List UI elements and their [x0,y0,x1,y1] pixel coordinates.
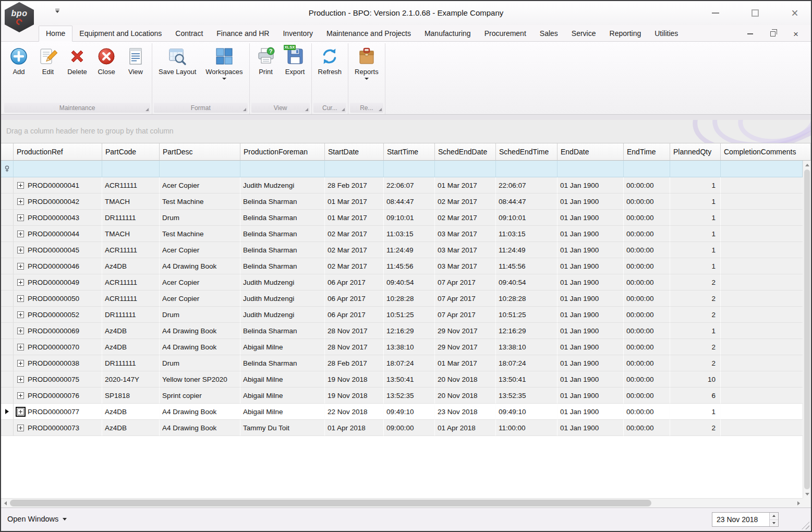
filter-cell-schedenddate[interactable] [435,161,496,177]
expand-icon[interactable] [17,328,24,334]
column-header-schedendtime[interactable]: SchedEndTime [496,143,558,161]
tab-inventory[interactable]: Inventory [276,26,320,41]
add-button[interactable]: Add [4,44,33,77]
horizontal-scroll-thumb[interactable] [10,500,651,506]
view-button[interactable]: View [121,44,150,77]
table-row[interactable]: PROD000000752020-147YYellow toner SP2020… [1,371,803,388]
tab-finance-and-hr[interactable]: Finance and HR [210,26,276,41]
tab-contract[interactable]: Contract [168,26,210,41]
expand-icon[interactable] [17,425,24,431]
dialog-launcher-icon[interactable] [305,108,308,111]
column-header-completioncomments[interactable]: CompletionComments [721,143,811,161]
ribbon-restore-button[interactable] [766,29,780,39]
table-row[interactable]: PROD00000038DR111111DrumBelinda Sharman2… [1,355,803,371]
edit-button[interactable]: Edit [33,44,63,77]
column-header-productionref[interactable]: ProductionRef [14,143,102,161]
dialog-launcher-icon[interactable] [243,108,246,111]
reports-button[interactable]: Reports [350,44,383,81]
spin-down-button[interactable] [770,520,778,527]
spin-up-button[interactable] [770,513,778,520]
refresh-button[interactable]: Refresh [313,44,347,77]
column-header-partcode[interactable]: PartCode [102,143,160,161]
table-row[interactable]: PROD00000077Az4DBA4 Drawing BookAbigail … [1,404,803,420]
date-editor[interactable]: 23 Nov 2018 [712,512,779,527]
expand-icon[interactable] [17,295,24,302]
expand-icon[interactable] [17,247,24,253]
group-by-bar[interactable]: Drag a column header here to group by th… [1,120,811,143]
expand-icon[interactable] [17,231,24,237]
table-row[interactable]: PROD00000044TMACHTest MachineBelinda Sha… [1,226,803,242]
filter-cell-endtime[interactable] [624,161,670,177]
column-header-starttime[interactable]: StartTime [384,143,435,161]
expand-icon[interactable] [17,279,24,286]
scroll-right-button[interactable] [794,499,803,507]
table-row[interactable]: PROD00000073Az4DBA4 Drawing BookTammy Du… [1,420,803,436]
table-row[interactable]: PROD00000076SP1818Sprint copierAbigail M… [1,388,803,404]
ribbon-minimize-button[interactable] [743,29,757,39]
tab-service[interactable]: Service [565,26,603,41]
table-row[interactable]: PROD00000043DR111111DrumBelinda Sharman0… [1,210,803,226]
expand-icon[interactable] [17,214,24,221]
table-row[interactable]: PROD00000049ACR11111Acer CopierJudith Mu… [1,274,803,291]
filter-cell-startdate[interactable] [325,161,384,177]
quick-access-dropdown-icon[interactable] [55,9,59,13]
table-row[interactable]: PROD00000042TMACHTest MachineBelinda Sha… [1,194,803,210]
filter-cell-starttime[interactable] [384,161,435,177]
column-header-schedenddate[interactable]: SchedEndDate [435,143,496,161]
tab-reporting[interactable]: Reporting [603,26,648,41]
filter-cell-completioncomments[interactable] [721,161,803,177]
expand-icon[interactable] [17,311,24,318]
expand-icon[interactable] [17,376,24,383]
expand-icon[interactable] [17,392,24,399]
close-button[interactable]: Close [92,44,121,77]
scroll-down-button[interactable] [803,490,811,498]
close-button[interactable]: × [786,5,804,21]
table-row[interactable]: PROD00000052DR111111DrumJudith Mudzengi0… [1,307,803,323]
table-row[interactable]: PROD00000045ACR11111Acer CopierBelinda S… [1,242,803,258]
print-button[interactable]: ?Print [251,44,281,77]
minimize-button[interactable] [707,5,724,21]
filter-cell-partdesc[interactable] [160,161,240,177]
tab-home[interactable]: Home [39,26,72,42]
column-header-startdate[interactable]: StartDate [325,143,384,161]
expand-icon[interactable] [17,182,24,189]
dialog-launcher-icon[interactable] [379,108,382,111]
tab-utilities[interactable]: Utilities [648,26,685,41]
tab-maintenance-and-projects[interactable]: Maintenance and Projects [320,26,418,41]
filter-cell-productionref[interactable] [14,161,102,177]
vertical-scrollbar[interactable] [803,161,811,498]
ribbon-close-button[interactable]: × [789,29,803,39]
scroll-left-button[interactable] [1,499,9,507]
expand-icon[interactable] [17,198,24,205]
column-header-enddate[interactable]: EndDate [558,143,624,161]
filter-cell-plannedqty[interactable] [670,161,721,177]
expand-icon[interactable] [17,408,24,415]
table-row[interactable]: PROD00000069Az4DBA4 Drawing BookBelinda … [1,323,803,339]
vertical-scroll-thumb[interactable] [804,170,810,489]
open-windows-dropdown[interactable]: Open Windows [7,515,67,523]
maximize-button[interactable] [746,5,764,21]
horizontal-scrollbar[interactable] [1,498,803,507]
tab-equipment-and-locations[interactable]: Equipment and Locations [72,26,168,41]
tab-sales[interactable]: Sales [533,26,565,41]
table-row[interactable]: PROD00000041ACR11111Acer CopierJudith Mu… [1,177,803,194]
column-header-productionforeman[interactable]: ProductionForeman [240,143,325,161]
resize-grip[interactable] [802,522,809,529]
bpo-logo[interactable]: bpo [5,2,34,32]
filter-cell-partcode[interactable] [102,161,160,177]
scroll-up-button[interactable] [803,161,811,169]
save-layout-button[interactable]: Save Layout [154,44,201,77]
table-row[interactable]: PROD00000050ACR11111Acer CopierJudith Mu… [1,291,803,307]
filter-cell-enddate[interactable] [558,161,624,177]
delete-button[interactable]: Delete [63,44,92,77]
column-header-plannedqty[interactable]: PlannedQty [670,143,721,161]
tab-procurement[interactable]: Procurement [478,26,533,41]
expand-icon[interactable] [17,344,24,350]
dialog-launcher-icon[interactable] [342,108,345,111]
dialog-launcher-icon[interactable] [146,108,149,111]
tab-manufacturing[interactable]: Manufacturing [418,26,478,41]
table-row[interactable]: PROD00000046Az4DBA4 Drawing BookBelinda … [1,258,803,274]
column-header-partdesc[interactable]: PartDesc [160,143,240,161]
filter-cell-schedendtime[interactable] [496,161,558,177]
column-header-endtime[interactable]: EndTime [624,143,670,161]
